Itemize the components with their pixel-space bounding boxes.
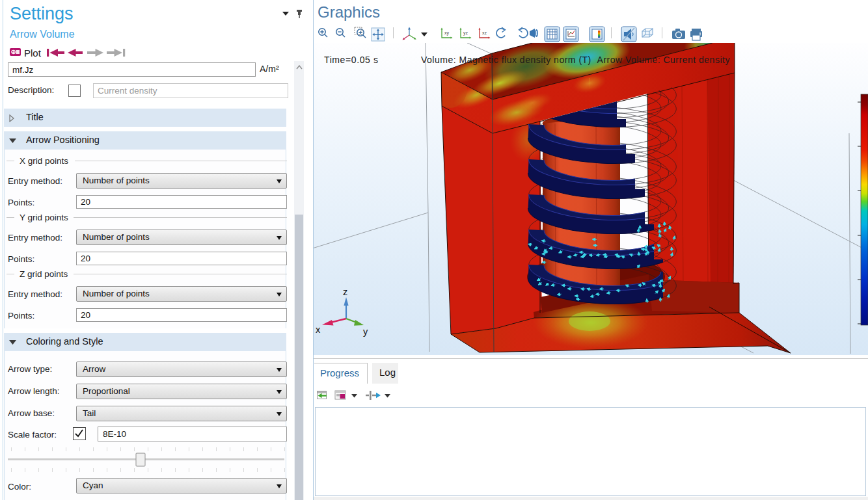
svg-text:y: y [363, 326, 368, 337]
svg-text:Time=0.05 s: Time=0.05 s [324, 55, 379, 65]
svg-text:xy: xy [444, 31, 450, 36]
svg-text:xz: xz [482, 31, 487, 35]
svg-text:x: x [316, 324, 321, 335]
svg-text:Volume: Magnetic flux density: Volume: Magnetic flux density norm (T) A… [421, 55, 730, 65]
svg-text:yz: yz [463, 31, 468, 36]
svg-text:z: z [343, 287, 347, 297]
